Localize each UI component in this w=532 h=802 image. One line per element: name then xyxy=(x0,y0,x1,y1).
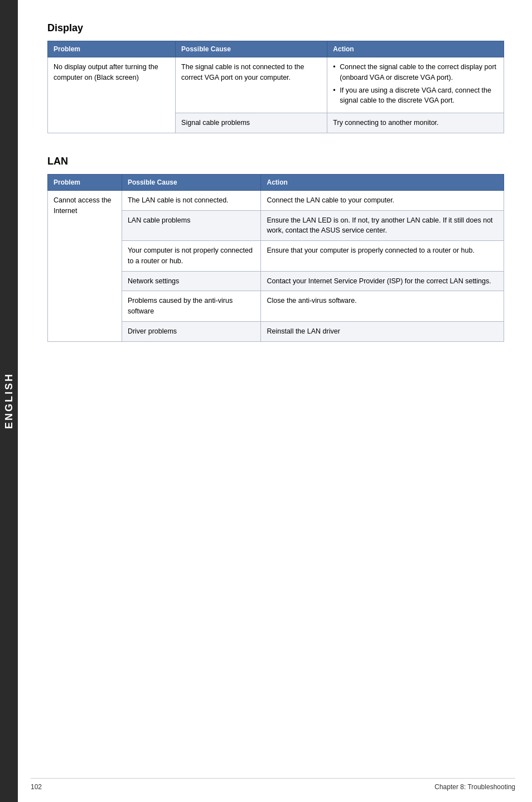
lan-col-cause: Possible Cause xyxy=(122,174,261,190)
action-bullet-1: Connect the signal cable to the correct … xyxy=(333,62,498,83)
lan-action-6: Reinstall the LAN driver xyxy=(261,321,504,341)
lan-table: Problem Possible Cause Action Cannot acc… xyxy=(47,174,504,342)
side-tab-label: ENGLISH xyxy=(3,373,15,429)
table-row: No display output after turning the comp… xyxy=(48,57,504,113)
display-col-problem: Problem xyxy=(48,41,176,57)
lan-cause-3: Your computer is not properly connected … xyxy=(122,241,261,272)
lan-action-2: Ensure the LAN LED is on. If not, try an… xyxy=(261,210,504,241)
lan-problem-1: Cannot access the Internet xyxy=(48,190,122,341)
display-action-2: Try connecting to another monitor. xyxy=(327,113,504,133)
display-col-cause: Possible Cause xyxy=(176,41,327,57)
table-row: Cannot access the Internet The LAN cable… xyxy=(48,190,504,210)
lan-action-4: Contact your Internet Service Provider (… xyxy=(261,271,504,291)
page-footer: 102 Chapter 8: Troubleshooting xyxy=(31,778,515,791)
lan-cause-5: Problems caused by the anti-virus softwa… xyxy=(122,291,261,322)
display-col-action: Action xyxy=(327,41,504,57)
display-cause-1: The signal cable is not connected to the… xyxy=(176,57,327,113)
lan-col-action: Action xyxy=(261,174,504,190)
lan-cause-4: Network settings xyxy=(122,271,261,291)
lan-action-1: Connect the LAN cable to your computer. xyxy=(261,190,504,210)
action-bullet-2: If you are using a discrete VGA card, co… xyxy=(333,85,498,107)
lan-section-title: LAN xyxy=(47,156,504,167)
lan-col-problem: Problem xyxy=(48,174,122,190)
lan-cause-2: LAN cable problems xyxy=(122,210,261,241)
display-table: Problem Possible Cause Action No display… xyxy=(47,41,504,133)
lan-action-5: Close the anti-virus software. xyxy=(261,291,504,322)
side-tab: ENGLISH xyxy=(0,0,18,802)
page-number: 102 xyxy=(31,783,42,791)
main-content: Display Problem Possible Cause Action No… xyxy=(31,0,532,386)
display-action-1: Connect the signal cable to the correct … xyxy=(327,57,504,113)
lan-action-3: Ensure that your computer is properly co… xyxy=(261,241,504,272)
display-problem-1: No display output after turning the comp… xyxy=(48,57,176,133)
display-section-title: Display xyxy=(47,22,504,34)
display-cause-2: Signal cable problems xyxy=(176,113,327,133)
chapter-label: Chapter 8: Troubleshooting xyxy=(434,783,515,791)
lan-cause-1: The LAN cable is not connected. xyxy=(122,190,261,210)
lan-cause-6: Driver problems xyxy=(122,321,261,341)
